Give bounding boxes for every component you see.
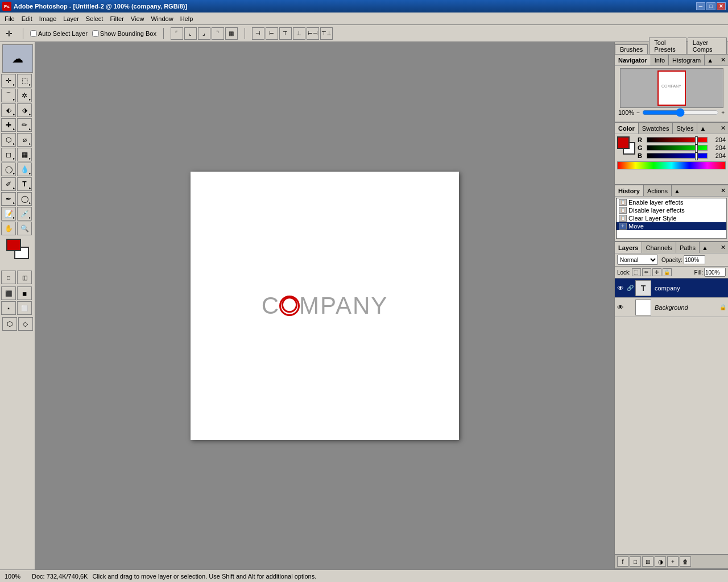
transform-btn-2[interactable]: ⌞ [184,27,197,40]
r-slider-track[interactable] [647,137,708,143]
history-expand[interactable]: ▲ [672,188,682,194]
tab-channels[interactable]: Channels [642,242,676,253]
tab-actions[interactable]: Actions [644,185,672,196]
fg-color-chip[interactable] [617,136,630,149]
menu-window[interactable]: Window [148,14,177,23]
tab-layer-comps[interactable]: Layer Comps [688,38,727,54]
layers-expand[interactable]: ▲ [700,244,710,251]
blur-tool[interactable]: 💧▸ [17,163,32,176]
standard-mode[interactable]: □ [1,271,16,284]
menu-help[interactable]: Help [177,14,197,23]
align-btn-5[interactable]: ⊢⊣ [307,27,319,40]
hand-tool[interactable]: ✋ [1,222,16,235]
layer-link-2[interactable] [626,303,634,312]
tab-histogram[interactable]: Histogram [669,55,705,65]
tab-layers[interactable]: Layers [615,242,642,253]
menu-view[interactable]: View [127,14,148,23]
jump-to-imageready[interactable]: ⬡ [2,317,17,331]
menu-file[interactable]: File [1,14,18,23]
tab-navigator[interactable]: Navigator [615,55,651,65]
notes-tool[interactable]: 📝▸ [1,207,16,221]
crop-tool[interactable]: ⬖▸ [1,103,16,117]
delete-layer-button[interactable]: 🗑 [680,556,691,567]
zoom-tool[interactable]: 🔍 [17,222,32,235]
layer-eye-1[interactable]: 👁 [616,284,625,293]
align-btn-1[interactable]: ⊣ [252,27,264,40]
stamp-tool[interactable]: ⬡▸ [1,133,16,147]
heal-tool[interactable]: ✚▸ [1,118,16,132]
layer-style-button[interactable]: f [617,556,628,567]
lock-transparent-pixels[interactable]: ⬚ [632,268,641,276]
new-fill-layer-button[interactable]: ◑ [655,556,666,567]
transform-btn-1[interactable]: ⌜ [171,27,183,40]
move-tool[interactable]: ✛▸ [1,74,16,88]
layer-item-company[interactable]: 👁 🔗 T company [615,278,728,298]
nav-zoom-slider[interactable] [642,110,719,115]
screen-mode-2[interactable]: ◼ [17,286,32,300]
align-btn-3[interactable]: ⊤ [279,27,292,40]
color-close[interactable]: ✕ [718,124,728,132]
tab-tool-presets[interactable]: Tool Presets [649,38,686,54]
navigator-close[interactable]: ✕ [718,56,728,64]
new-layer-button[interactable]: + [667,556,679,567]
history-close[interactable]: ✕ [718,187,728,194]
tab-info[interactable]: Info [651,55,669,65]
tab-swatches[interactable]: Swatches [639,123,673,134]
bounding-box-checkbox[interactable] [92,30,99,37]
tab-color[interactable]: Color [615,123,639,134]
new-group-button[interactable]: ⊞ [642,556,653,567]
gradient-tool[interactable]: ▦▸ [17,148,32,161]
layer-eye-2[interactable]: 👁 [616,303,625,312]
transform-btn-3[interactable]: ⌟ [198,27,210,40]
lock-all[interactable]: 🔒 [663,268,672,276]
lasso-tool[interactable]: ⌒▸ [1,89,16,102]
color-spectrum[interactable] [617,161,726,169]
layer-mask-button[interactable]: □ [630,556,641,567]
menu-select[interactable]: Select [82,14,107,23]
screen-mode-3[interactable]: ▪ [1,301,16,315]
close-button[interactable]: ✕ [717,2,726,10]
history-item-enable-effects[interactable]: 📋 Enable layer effects [617,198,726,206]
opacity-input[interactable] [684,255,705,264]
auto-select-checkbox[interactable] [30,30,37,37]
fill-input[interactable] [704,268,726,277]
color-expand[interactable]: ▲ [697,125,708,132]
screen-mode-4[interactable]: ⬜ [17,301,32,315]
transform-btn-5[interactable]: ▦ [225,27,238,40]
shape-tool[interactable]: ◯▸ [17,192,32,206]
layers-close[interactable]: ✕ [718,244,728,251]
tab-history[interactable]: History [615,185,644,196]
align-btn-6[interactable]: ⊤⊥ [320,27,333,40]
navigator-expand[interactable]: ▲ [705,57,715,64]
bounding-box-label[interactable]: Show Bounding Box [92,30,156,37]
history-item-move[interactable]: ✛ Move [617,222,726,230]
tab-brushes[interactable]: Brushes [615,44,648,54]
menu-filter[interactable]: Filter [106,14,127,23]
align-btn-2[interactable]: ⊢ [266,27,278,40]
align-btn-4[interactable]: ⊥ [293,27,305,40]
blend-mode-select[interactable]: Normal [617,255,658,265]
menu-layer[interactable]: Layer [60,14,82,23]
history-item-clear-style[interactable]: 📋 Clear Layer Style [617,214,726,222]
maximize-button[interactable]: □ [706,2,715,10]
eraser-tool[interactable]: ◻▸ [1,148,16,161]
slice-tool[interactable]: ⬗▸ [17,103,32,117]
lock-position[interactable]: ✛ [652,268,661,276]
selection-tool[interactable]: ⬚▸ [17,74,32,88]
b-slider-track[interactable] [647,153,708,159]
history-item-disable-effects[interactable]: 📋 Disable layer effects [617,206,726,214]
history-list[interactable]: 📋 Enable layer effects 📋 Disable layer e… [616,198,727,239]
nav-zoom-out-icon[interactable]: − [636,110,640,116]
b-slider-thumb[interactable] [695,152,698,160]
menu-edit[interactable]: Edit [18,14,36,23]
tab-styles[interactable]: Styles [673,123,697,134]
r-slider-thumb[interactable] [695,136,698,144]
brush-tool[interactable]: ✏▸ [17,118,32,132]
eyedropper-tool[interactable]: 💉▸ [17,207,32,221]
quick-mask-mode[interactable]: ◫ [17,271,32,284]
layer-item-background[interactable]: 👁 Background 🔒 [615,298,728,317]
tab-paths[interactable]: Paths [676,242,700,253]
foreground-color[interactable] [6,239,21,251]
pen-tool[interactable]: ✒▸ [1,192,16,206]
history-brush-tool[interactable]: ⌀▸ [17,133,32,147]
